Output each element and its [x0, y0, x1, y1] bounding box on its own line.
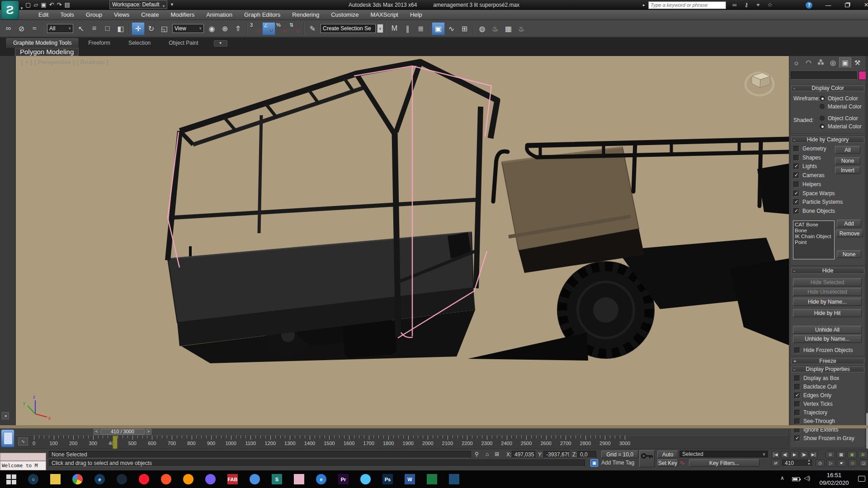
toolbar-button[interactable]: ⇑ — [231, 22, 245, 35]
add-time-tag[interactable]: Add Time Tag — [601, 459, 634, 466]
playback-mode[interactable]: ▷ — [826, 460, 835, 467]
key-filters-button[interactable]: Key Filters... — [689, 459, 760, 467]
z-coordinate-field[interactable]: 0,0 — [577, 451, 596, 458]
frame-spinner[interactable]: ▲▼ — [807, 459, 811, 466]
menu-item[interactable]: Rendering — [286, 10, 325, 20]
polygon-modeling-panel-button[interactable]: Polygon Modeling — [15, 48, 79, 56]
help-icon[interactable]: ? — [806, 2, 812, 9]
speaker-icon[interactable]: ◁) — [804, 474, 810, 481]
minimize-button[interactable]: — — [824, 2, 832, 9]
taskbar-app-icon[interactable] — [183, 474, 193, 484]
infocenter-icon[interactable]: ∞ — [729, 0, 741, 9]
render-button[interactable]: ▦ — [502, 22, 515, 35]
search-history-icon[interactable]: ▸ — [643, 3, 648, 7]
menu-item[interactable]: Help — [404, 10, 428, 20]
grid-setting[interactable]: Grid = 10,0 — [601, 450, 638, 458]
command-panel-tab[interactable]: ▣ — [839, 57, 851, 68]
list-item[interactable]: IK Chain Object — [795, 234, 833, 239]
previous-frame-arrow[interactable]: < — [94, 429, 99, 435]
zoom-all[interactable]: ▦ — [836, 451, 846, 458]
toolbar-button[interactable]: ⊘ — [15, 22, 28, 35]
category-all-button[interactable]: All — [835, 146, 860, 154]
toolbar-flyout-icon[interactable]: ▼ — [170, 2, 174, 7]
close-button[interactable]: × — [862, 1, 868, 9]
viewport-layout-button[interactable] — [1, 429, 14, 447]
transform-button[interactable]: ✛ — [132, 22, 145, 35]
ribbon-minimize-icon[interactable]: ▼ — [214, 40, 227, 47]
isolate-selection-icon[interactable]: ▣ — [590, 459, 598, 467]
hide-action-button[interactable]: Hide Unselected — [793, 288, 862, 296]
rollout-header[interactable]: +Freeze — [791, 358, 864, 364]
toolbar-button[interactable]: ◉ — [205, 22, 218, 35]
quick-access-icon[interactable]: ↶ — [49, 1, 54, 9]
display-property-checkbox[interactable] — [794, 401, 800, 407]
selection-filter-combo[interactable]: All∨ — [47, 24, 73, 33]
toolbar-button[interactable]: ≈ — [28, 22, 41, 35]
display-property-checkbox[interactable] — [794, 436, 800, 441]
viewport-label[interactable]: [ + ] [ Perspective ] [ Realistic ] — [21, 59, 108, 66]
rollout-header[interactable]: -Display Color — [791, 85, 864, 91]
ribbon-tab[interactable]: Object Paint — [160, 38, 207, 48]
menu-item[interactable]: Edit — [33, 10, 54, 20]
go-to-end[interactable]: ▶| — [809, 451, 818, 458]
taskbar-app-icon[interactable] — [449, 474, 459, 484]
category-checkbox[interactable] — [793, 191, 799, 197]
snap-toggle-button[interactable]: ∠∩ — [262, 22, 275, 35]
toolbar-button[interactable]: ≡ — [88, 22, 101, 35]
taskbar-app-icon[interactable] — [72, 474, 83, 484]
display-property-checkbox[interactable] — [794, 410, 800, 416]
menu-item[interactable]: Tools — [54, 10, 80, 20]
taskbar-app-icon[interactable]: e — [94, 474, 105, 484]
category-remove-button[interactable]: Remove — [836, 230, 863, 237]
display-property-checkbox[interactable] — [794, 393, 800, 399]
taskbar-app-icon[interactable] — [427, 474, 437, 484]
scrollbar-thumb[interactable] — [866, 413, 868, 449]
welcome-window[interactable]: Welcome to M — [0, 453, 46, 470]
snap-toggle-button[interactable]: 3∩ — [249, 22, 262, 35]
set-keys-button[interactable] — [639, 450, 655, 467]
selection-lock-icon[interactable]: ⌂ — [486, 450, 493, 458]
render-button[interactable]: ◍ — [476, 22, 489, 35]
list-item[interactable]: Bone — [795, 228, 833, 234]
taskbar-app-icon[interactable]: W — [405, 474, 415, 484]
next-frame[interactable]: |▶ — [800, 451, 808, 458]
toolbar-button[interactable]: ⊞ — [458, 22, 471, 35]
category-checkbox[interactable] — [793, 146, 799, 152]
zoom-extents-selected[interactable]: ▣ — [847, 451, 857, 458]
chevron-down-icon[interactable]: ∨ — [377, 24, 383, 33]
menu-item[interactable]: Animation — [200, 10, 238, 20]
reference-coordinate-system-combo[interactable]: View∨ — [172, 24, 204, 33]
taskbar-app-icon[interactable] — [117, 474, 127, 484]
command-panel-tab[interactable]: ◠ — [802, 57, 815, 68]
perspective-viewport[interactable]: z x y [ + ] [ Perspective ] [ Realistic … — [16, 56, 789, 425]
command-panel-tab[interactable]: ⚒ — [851, 57, 863, 68]
taskbar-app-icon[interactable]: Ps — [382, 474, 393, 484]
toolbar-button[interactable]: □ — [101, 22, 114, 35]
hide-frozen-objects-checkbox[interactable] — [794, 347, 800, 353]
selection-set-combo[interactable]: Selected∨ — [679, 450, 768, 458]
collapse-panel-button[interactable]: ◂ — [2, 412, 9, 419]
notification-center-icon[interactable] — [858, 476, 865, 482]
object-name-field[interactable] — [791, 71, 857, 80]
radio-shaded-material-color[interactable] — [820, 124, 825, 129]
key-mode-toggle[interactable]: ⇄ — [771, 460, 780, 467]
category-checkbox[interactable] — [793, 164, 799, 169]
category-checkbox[interactable] — [793, 182, 799, 188]
display-property-checkbox[interactable] — [794, 384, 800, 390]
transform-button[interactable]: ◱ — [158, 22, 171, 35]
x-coordinate-field[interactable]: 497,035 — [512, 451, 535, 458]
menu-item[interactable]: Create — [135, 10, 165, 20]
transform-button[interactable]: ↻ — [145, 22, 158, 35]
category-exclusion-list[interactable]: CAT BoneBoneIK Chain ObjectPoint — [793, 221, 835, 259]
menu-item[interactable]: Graph Editors — [238, 10, 286, 20]
viewport-canvas[interactable]: z x y — [16, 56, 789, 425]
toolbar-button[interactable]: ▣ — [432, 22, 445, 35]
pan-view[interactable]: ☛ — [837, 460, 846, 467]
timeline-ruler[interactable]: 0100200300400500600700800900100011001200… — [16, 435, 789, 449]
maximize-viewport-toggle[interactable]: ◲ — [859, 460, 868, 467]
taskbar-app-icon[interactable] — [294, 474, 304, 484]
ribbon-tab[interactable]: Freeform — [79, 38, 119, 48]
menu-item[interactable]: Views — [108, 10, 135, 20]
snap-toggle-button[interactable]: %∩ — [275, 22, 288, 35]
workspace-selector[interactable]: Workspace: Default▾ — [109, 0, 167, 9]
